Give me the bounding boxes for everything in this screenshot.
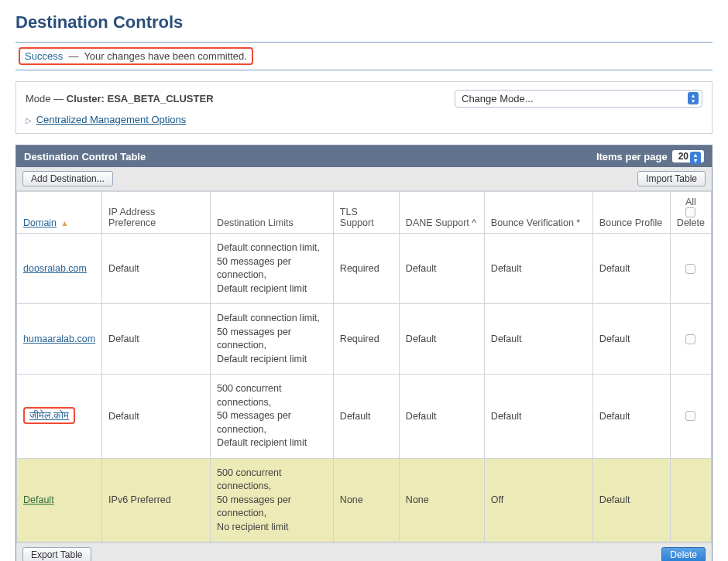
domain-link[interactable]: Default — [23, 494, 54, 505]
disclosure-triangle-icon[interactable]: ▷ — [26, 116, 32, 125]
col-bounce-ver: Bounce Verification * — [484, 192, 592, 234]
cell-ip_pref: IPv6 Preferred — [102, 458, 211, 542]
success-sep: — — [68, 50, 78, 62]
col-delete-label: Delete — [677, 217, 705, 228]
page-title: Destination Controls — [15, 12, 713, 32]
import-table-button[interactable]: Import Table — [637, 171, 706, 186]
success-word: Success — [25, 50, 63, 62]
dct-title: Destination Control Table — [24, 151, 146, 162]
centralized-management-options-link[interactable]: Centralized Management Options — [36, 114, 187, 125]
cell-bounce_prof: Default — [592, 458, 670, 542]
cell-bounce_ver: Default — [484, 304, 592, 375]
cell-limits: Default connection limit, 50 messages pe… — [211, 304, 334, 375]
cell-ip_pref: Default — [102, 304, 211, 375]
cluster-name: ESA_BETA_CLUSTER — [108, 93, 214, 104]
cell-dane: Default — [399, 304, 484, 375]
add-destination-button[interactable]: Add Destination... — [22, 171, 113, 186]
highlighted-domain: जीमेल.कोम — [23, 407, 75, 424]
cell-bounce_prof: Default — [592, 304, 670, 375]
items-per-page-select[interactable]: 20 ▴▾ — [672, 150, 704, 162]
cluster-label: Cluster: — [67, 93, 105, 104]
col-tls: TLS Support — [333, 192, 399, 234]
cell-limits: Default connection limit, 50 messages pe… — [211, 234, 334, 304]
cell-bounce_prof: Default — [592, 375, 670, 459]
delete-row-checkbox[interactable] — [685, 334, 695, 344]
cell-dane: Default — [399, 375, 484, 459]
change-mode-placeholder: Change Mode... — [462, 93, 534, 104]
col-domain-sort[interactable]: Domain — [23, 217, 57, 228]
chevron-updown-icon: ▴▾ — [690, 152, 701, 164]
delete-all-checkbox[interactable] — [685, 207, 695, 217]
domain-link[interactable]: humaaralab.com — [23, 334, 95, 344]
cell-dane: Default — [399, 234, 484, 304]
cell-tls: Required — [333, 304, 399, 375]
delete-row-checkbox[interactable] — [685, 264, 695, 274]
table-row: DefaultIPv6 Preferred500 concurrent conn… — [17, 458, 712, 542]
sort-asc-icon: ▲ — [61, 219, 69, 227]
delete-button[interactable]: Delete — [661, 547, 706, 561]
domain-link[interactable]: doosralab.com — [23, 263, 87, 274]
destination-control-table: Domain ▲ IP Address Preference Destinati… — [16, 191, 712, 542]
col-dest-limits: Destination Limits — [211, 192, 334, 234]
table-row: humaaralab.comDefaultDefault connection … — [17, 304, 712, 375]
cell-tls: Required — [333, 234, 399, 304]
delete-row-checkbox[interactable] — [685, 411, 695, 421]
mode-label: Mode — Cluster: ESA_BETA_CLUSTER — [26, 93, 214, 104]
change-mode-select[interactable]: Change Mode... ▴▾ — [455, 90, 702, 108]
mode-panel: Mode — Cluster: ESA_BETA_CLUSTER Change … — [15, 81, 713, 134]
col-dane: DANE Support ^ — [399, 192, 484, 234]
col-ip-pref: IP Address Preference — [102, 192, 211, 234]
items-per-page-value: 20 — [678, 151, 689, 162]
cell-dane: None — [399, 458, 484, 542]
cell-bounce_ver: Default — [484, 375, 592, 459]
export-table-button[interactable]: Export Table — [22, 547, 91, 561]
success-text: Your changes have been committed. — [84, 50, 247, 62]
cell-ip_pref: Default — [102, 375, 211, 459]
table-row: जीमेल.कोमDefault500 concurrent connectio… — [17, 375, 712, 459]
domain-link[interactable]: जीमेल.कोम — [29, 410, 69, 421]
table-row: doosralab.comDefaultDefault connection l… — [17, 234, 712, 304]
cell-limits: 500 concurrent connections, 50 messages … — [211, 375, 334, 459]
items-per-page-label: Items per page — [596, 151, 668, 162]
cell-bounce_ver: Off — [484, 458, 592, 542]
cell-limits: 500 concurrent connections, 50 messages … — [211, 458, 334, 542]
cell-ip_pref: Default — [102, 234, 211, 304]
cell-tls: None — [333, 458, 399, 542]
success-message-highlight: Success — Your changes have been committ… — [19, 47, 253, 65]
chevron-updown-icon: ▴▾ — [688, 92, 699, 104]
col-bounce-prof: Bounce Profile — [592, 192, 670, 234]
destination-control-section: Destination Control Table Items per page… — [15, 145, 713, 561]
success-bar: Success — Your changes have been committ… — [15, 42, 713, 70]
col-delete-all-label: All — [677, 197, 705, 207]
mode-prefix: Mode — — [26, 93, 64, 104]
cell-tls: Default — [333, 375, 399, 459]
cell-bounce_prof: Default — [592, 234, 670, 304]
cell-bounce_ver: Default — [484, 234, 592, 304]
